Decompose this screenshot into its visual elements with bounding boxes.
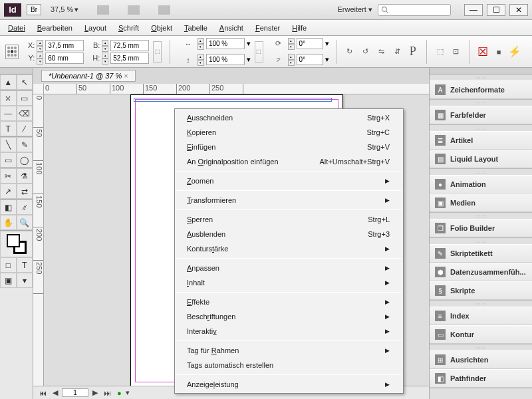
shear-input[interactable] xyxy=(297,54,323,65)
panel-kontur[interactable]: ▭Kontur xyxy=(430,325,532,344)
h-input[interactable] xyxy=(110,53,149,64)
cm-sperren[interactable]: SperrenStrg+L xyxy=(175,212,403,227)
panel-foliobuilder[interactable]: ❐Folio Builder xyxy=(430,219,532,237)
zoom-level[interactable]: 37,5 %▾ xyxy=(48,4,81,15)
selected-frame[interactable] xyxy=(134,98,332,102)
fill-none-icon[interactable]: ☒ xyxy=(476,45,489,59)
scale-x-input[interactable] xyxy=(206,38,245,49)
flip-h-icon[interactable]: ⇋ xyxy=(374,45,388,59)
menu-view[interactable]: Ansicht xyxy=(219,24,243,32)
menu-table[interactable]: Tabelle xyxy=(184,24,207,32)
tool-19[interactable]: 🔍 xyxy=(17,215,33,230)
y-input[interactable] xyxy=(45,53,84,64)
view-options-icon[interactable] xyxy=(158,5,170,15)
panel-medien[interactable]: ▣Medien xyxy=(430,194,532,212)
tool-9[interactable]: ✎ xyxy=(17,137,33,152)
tool-0[interactable]: ▲ xyxy=(0,74,17,90)
panel-skripte[interactable]: §Skripte xyxy=(430,281,532,300)
tool-5[interactable]: ⌫ xyxy=(17,106,33,121)
constrain-wh-icon[interactable]: ⬚ xyxy=(153,41,162,63)
cm-an-originalposition-einf-gen[interactable]: An Originalposition einfügenAlt+Umschalt… xyxy=(175,154,403,169)
panel-ausrichten[interactable]: ⊞Ausrichten xyxy=(430,350,532,369)
stroke-swatch-icon[interactable]: ■ xyxy=(492,45,505,59)
apply-text-icon[interactable]: T xyxy=(17,257,33,273)
cm-tag-f-r-rahmen[interactable]: Tag für Rahmen▶ xyxy=(175,343,403,358)
menu-layout[interactable]: Layout xyxy=(84,24,106,32)
menu-object[interactable]: Objekt xyxy=(151,24,172,32)
vertical-ruler[interactable]: 050100150200250 xyxy=(33,94,44,386)
tool-6[interactable]: T xyxy=(0,121,17,136)
panel-animation[interactable]: ●Animation xyxy=(430,175,532,194)
panel-farbfelder[interactable]: ▦Farbfelder xyxy=(430,106,532,124)
search-input[interactable] xyxy=(378,4,451,16)
panel-index[interactable]: ≡Index xyxy=(430,307,532,325)
panel-artikel[interactable]: ≣Artikel xyxy=(430,131,532,150)
cm-zoomen[interactable]: Zoomen▶ xyxy=(175,174,403,188)
select-content-icon[interactable]: ⊡ xyxy=(450,45,463,59)
last-page-icon[interactable]: ⏭ xyxy=(102,389,113,397)
cm-beschriftungen[interactable]: Beschriftungen▶ xyxy=(175,309,403,324)
tool-16[interactable]: ◧ xyxy=(0,200,17,215)
cm-ausblenden[interactable]: AusblendenStrg+3 xyxy=(175,227,403,241)
tool-1[interactable]: ↖ xyxy=(17,74,33,90)
cm-tags-automatisch-erstellen[interactable]: Tags automatisch erstellen xyxy=(175,358,403,372)
tool-4[interactable]: — xyxy=(0,106,17,121)
select-container-icon[interactable]: ⬚ xyxy=(434,45,447,59)
tool-11[interactable]: ◯ xyxy=(17,152,33,168)
close-button[interactable]: ✕ xyxy=(509,4,528,16)
next-page-icon[interactable]: ▶ xyxy=(90,388,100,397)
paragraph-icon[interactable]: P xyxy=(406,45,420,59)
tool-12[interactable]: ✂ xyxy=(0,168,17,184)
panel-liquidlayout[interactable]: ▤Liquid Layout xyxy=(430,150,532,168)
x-input[interactable] xyxy=(45,40,84,51)
quick-apply-icon[interactable]: ⚡ xyxy=(508,45,527,58)
panel-zeichenformate[interactable]: AZeichenformate xyxy=(430,80,532,99)
prev-page-icon[interactable]: ◀ xyxy=(51,388,60,397)
scale-y-input[interactable] xyxy=(206,54,245,65)
tool-17[interactable]: ⫽ xyxy=(17,200,33,215)
cm-einf-gen[interactable]: EinfügenStrg+V xyxy=(175,140,403,154)
rotate-ccw-icon[interactable]: ↺ xyxy=(358,45,372,59)
cm-transformieren[interactable]: Transformieren▶ xyxy=(175,193,403,207)
tool-13[interactable]: ⚗ xyxy=(17,168,33,184)
tool-3[interactable]: ▭ xyxy=(17,90,33,106)
tool-8[interactable]: ╲ xyxy=(0,137,17,152)
rotate-input[interactable] xyxy=(297,38,323,49)
panel-pathfinder[interactable]: ◧Pathfinder xyxy=(430,369,532,388)
panel-skriptetikett[interactable]: ✎Skriptetikett xyxy=(430,244,532,263)
menu-window[interactable]: Fenster xyxy=(255,24,280,32)
minimize-button[interactable]: — xyxy=(464,4,483,16)
tool-15[interactable]: ⇄ xyxy=(17,184,33,199)
apply-color-icon[interactable]: □ xyxy=(0,257,17,273)
flip-v-icon[interactable]: ⇵ xyxy=(390,45,404,59)
cm-konturst-rke[interactable]: Konturstärke▶ xyxy=(175,241,403,256)
first-page-icon[interactable]: ⏮ xyxy=(37,389,49,397)
fill-stroke-swatch[interactable] xyxy=(0,231,33,257)
cm-inhalt[interactable]: Inhalt▶ xyxy=(175,275,403,290)
cm-kopieren[interactable]: KopierenStrg+C xyxy=(175,125,403,140)
cm-ausschneiden[interactable]: AusschneidenStrg+X xyxy=(175,110,403,125)
rotate-cw-icon[interactable]: ↻ xyxy=(343,45,356,59)
bridge-badge[interactable]: Br xyxy=(27,4,41,15)
tool-10[interactable]: ▭ xyxy=(0,152,17,168)
preview-mode-icon[interactable]: ▾ xyxy=(17,273,33,288)
menu-help[interactable]: Hilfe xyxy=(292,24,307,32)
constrain-scale-icon[interactable]: ⬚ xyxy=(255,41,263,63)
view-mode-icon[interactable]: ▣ xyxy=(0,273,17,288)
tool-18[interactable]: ✋ xyxy=(0,215,17,230)
document-tab[interactable]: *Unbenannt-1 @ 37 % xyxy=(41,70,136,82)
menu-file[interactable]: Datei xyxy=(8,24,25,32)
menu-edit[interactable]: Bearbeiten xyxy=(37,24,72,32)
screen-mode-icon[interactable] xyxy=(128,5,140,15)
reference-point[interactable] xyxy=(5,45,19,59)
cm-interaktiv[interactable]: Interaktiv▶ xyxy=(175,324,403,338)
arrange-icon[interactable] xyxy=(97,5,109,15)
tool-2[interactable]: ⤫ xyxy=(0,90,17,106)
preflight-icon[interactable]: ● xyxy=(117,389,122,397)
tool-14[interactable]: ↗ xyxy=(0,184,17,199)
page-number-input[interactable] xyxy=(62,388,88,397)
cm-effekte[interactable]: Effekte▶ xyxy=(175,295,403,309)
horizontal-ruler[interactable]: 050100150200250 xyxy=(33,84,429,94)
tool-7[interactable]: ⁄ xyxy=(17,121,33,136)
menu-type[interactable]: Schrift xyxy=(118,24,139,32)
